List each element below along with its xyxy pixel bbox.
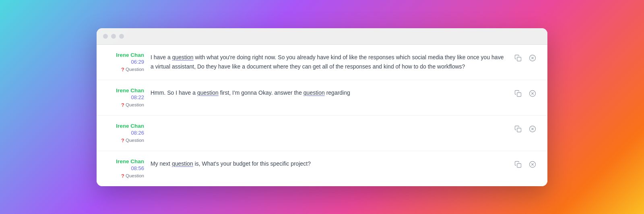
list-item: Irene Chan08:56?QuestionMy next question… xyxy=(97,151,547,186)
highlighted-word: question xyxy=(172,160,193,167)
question-icon: ? xyxy=(121,173,124,179)
entry-meta: Irene Chan06:29?Question xyxy=(106,52,151,73)
window-dot-3 xyxy=(119,34,124,39)
speaker-name: Irene Chan xyxy=(116,123,144,129)
svg-rect-8 xyxy=(517,128,521,132)
close-button[interactable] xyxy=(527,159,538,170)
svg-rect-0 xyxy=(517,57,521,61)
svg-rect-4 xyxy=(517,92,521,96)
speaker-name: Irene Chan xyxy=(116,87,144,93)
speaker-name: Irene Chan xyxy=(116,52,144,58)
tag-label: Question xyxy=(126,67,144,72)
list-item: Irene Chan08:22?QuestionHmm. So I have a… xyxy=(97,80,547,116)
entry-actions xyxy=(506,158,538,170)
copy-button[interactable] xyxy=(513,88,523,99)
content-area: Irene Chan06:29?QuestionI have a questio… xyxy=(97,45,547,186)
entry-meta: Irene Chan08:26?Question xyxy=(106,123,151,143)
entry-body: Hmm. So I have a question first, I'm gon… xyxy=(151,87,506,98)
title-bar xyxy=(97,28,547,45)
entry-actions xyxy=(506,123,538,134)
entry-meta: Irene Chan08:22?Question xyxy=(106,87,151,108)
copy-button[interactable] xyxy=(513,124,523,134)
entry-body: My next question is, What's your budget … xyxy=(151,158,506,168)
question-icon: ? xyxy=(121,137,124,143)
highlighted-word: question xyxy=(172,54,194,60)
entry-actions xyxy=(506,52,538,63)
tag-label: Question xyxy=(126,173,144,178)
timestamp: 06:29 xyxy=(131,59,144,65)
tag: ?Question xyxy=(121,137,144,143)
highlighted-word: question xyxy=(197,89,219,96)
tag-label: Question xyxy=(126,102,144,107)
svg-rect-12 xyxy=(517,163,521,167)
entry-actions xyxy=(506,87,538,99)
tag: ?Question xyxy=(121,66,144,73)
speaker-name: Irene Chan xyxy=(116,158,144,164)
close-button[interactable] xyxy=(527,88,538,99)
entry-body: I have a question with what you're doing… xyxy=(151,52,506,71)
tag: ?Question xyxy=(121,173,144,179)
timestamp: 08:26 xyxy=(131,130,144,136)
timestamp: 08:56 xyxy=(131,165,144,171)
question-icon: ? xyxy=(121,102,124,108)
close-button[interactable] xyxy=(527,124,538,134)
timestamp: 08:22 xyxy=(131,94,144,100)
entry-body xyxy=(151,123,506,124)
close-button[interactable] xyxy=(527,53,538,63)
app-window: Irene Chan06:29?QuestionI have a questio… xyxy=(97,28,547,186)
entry-meta: Irene Chan08:56?Question xyxy=(106,158,151,179)
question-icon: ? xyxy=(121,66,124,73)
tag-label: Question xyxy=(126,138,144,143)
copy-button[interactable] xyxy=(513,53,523,63)
list-item: Irene Chan06:29?QuestionI have a questio… xyxy=(97,45,547,80)
copy-button[interactable] xyxy=(513,159,523,170)
list-item: Irene Chan08:26?Question xyxy=(97,116,547,151)
tag: ?Question xyxy=(121,102,144,108)
window-dot-1 xyxy=(103,34,108,39)
highlighted-word: question xyxy=(303,89,325,96)
window-dot-2 xyxy=(111,34,116,39)
